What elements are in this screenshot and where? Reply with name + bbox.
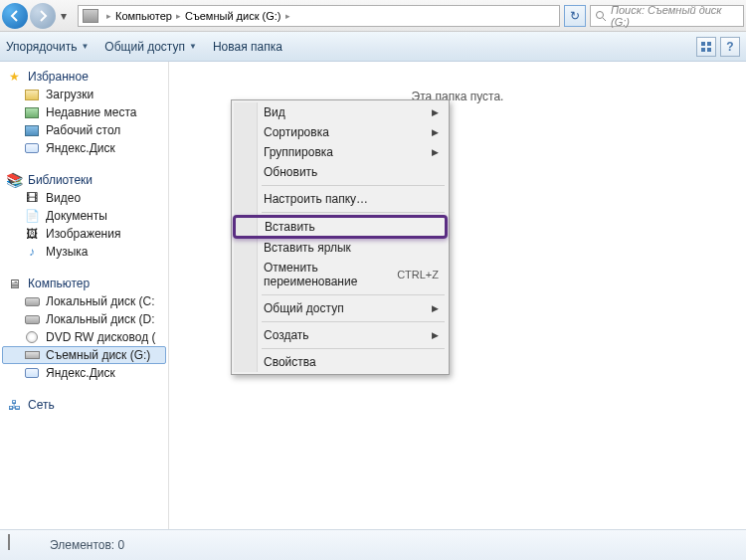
menu-new[interactable]: Создать ▶ (234, 325, 447, 345)
menu-paste[interactable]: Вставить (233, 215, 448, 239)
menu-view[interactable]: Вид ▶ (234, 102, 447, 122)
sidebar-item-downloads[interactable]: Загрузки (2, 86, 166, 103)
history-dropdown[interactable]: ▾ (58, 3, 70, 29)
sidebar-item-dvd[interactable]: DVD RW дисковод ( (2, 328, 166, 346)
disk-icon (24, 366, 40, 380)
forward-button[interactable] (30, 3, 56, 29)
menu-sort[interactable]: Сортировка ▶ (234, 122, 447, 142)
search-placeholder: Поиск: Съемный диск (G:) (611, 4, 739, 28)
chevron-down-icon: ▼ (81, 42, 89, 51)
context-menu: Вид ▶ Сортировка ▶ Группировка ▶ Обновит… (231, 99, 450, 375)
svg-rect-3 (707, 42, 711, 46)
desktop-icon (24, 123, 40, 137)
folder-icon (24, 105, 40, 119)
sidebar-item-yandex-drive[interactable]: Яндекс.Диск (2, 364, 166, 382)
sidebar-item-yandex[interactable]: Яндекс.Диск (2, 139, 166, 157)
libraries-icon: 📚 (6, 173, 22, 187)
sidebar-item-drive-d[interactable]: Локальный диск (D: (2, 310, 166, 328)
hdd-icon (24, 294, 40, 308)
back-button[interactable] (2, 3, 28, 29)
music-icon: ♪ (24, 245, 40, 259)
menu-separator (262, 212, 445, 213)
menu-properties[interactable]: Свойства (234, 352, 447, 372)
submenu-arrow-icon: ▶ (432, 107, 439, 117)
shortcut-label: CTRL+Z (397, 269, 439, 280)
submenu-arrow-icon: ▶ (432, 303, 439, 313)
navigation-pane: ★ Избранное Загрузки Недавние места Рабо… (0, 62, 169, 529)
menu-undo-rename[interactable]: Отменить переименование CTRL+Z (234, 258, 447, 291)
search-input[interactable]: Поиск: Съемный диск (G:) (590, 5, 744, 27)
breadcrumb[interactable]: ▸ Компьютер ▸ Съемный диск (G:) ▸ (78, 5, 560, 27)
disk-icon (24, 141, 40, 155)
folder-icon (24, 88, 40, 101)
network-header[interactable]: 🖧 Сеть (2, 396, 166, 414)
computer-icon: 🖥 (6, 277, 22, 290)
drive-icon (8, 535, 40, 555)
submenu-arrow-icon: ▶ (432, 147, 439, 157)
status-item-count: Элементов: 0 (50, 538, 124, 552)
search-icon (595, 10, 607, 22)
address-bar: ▾ ▸ Компьютер ▸ Съемный диск (G:) ▸ ↻ По… (0, 0, 746, 32)
document-icon: 📄 (24, 209, 40, 223)
menu-separator (262, 348, 445, 349)
sidebar-item-images[interactable]: 🖼 Изображения (2, 225, 166, 243)
sidebar-item-desktop[interactable]: Рабочий стол (2, 121, 166, 139)
svg-point-0 (597, 11, 604, 18)
chevron-right-icon: ▸ (106, 11, 111, 21)
drive-icon (83, 9, 98, 23)
computer-header[interactable]: 🖥 Компьютер (2, 275, 166, 292)
menu-customize[interactable]: Настроить папку… (234, 189, 447, 209)
submenu-arrow-icon: ▶ (432, 127, 439, 137)
star-icon: ★ (6, 70, 22, 84)
favorites-header[interactable]: ★ Избранное (2, 68, 166, 86)
menu-separator (262, 321, 445, 322)
menu-refresh[interactable]: Обновить (234, 162, 447, 182)
network-icon: 🖧 (6, 398, 22, 412)
organize-menu[interactable]: Упорядочить ▼ (6, 40, 89, 54)
view-options-button[interactable] (696, 37, 716, 57)
chevron-right-icon: ▸ (176, 11, 181, 21)
chevron-down-icon: ▼ (189, 42, 197, 51)
menu-share[interactable]: Общий доступ ▶ (234, 298, 447, 318)
image-icon: 🖼 (24, 227, 40, 241)
toolbar: Упорядочить ▼ Общий доступ ▼ Новая папка… (0, 32, 746, 62)
refresh-button[interactable]: ↻ (564, 5, 586, 27)
svg-rect-4 (701, 48, 705, 52)
video-icon: 🎞 (24, 191, 40, 205)
sidebar-item-documents[interactable]: 📄 Документы (2, 207, 166, 225)
svg-line-1 (603, 18, 606, 21)
submenu-arrow-icon: ▶ (432, 330, 439, 340)
dvd-icon (24, 330, 40, 344)
help-button[interactable]: ? (720, 37, 740, 57)
sidebar-item-video[interactable]: 🎞 Видео (2, 189, 166, 207)
hdd-icon (24, 312, 40, 326)
usb-icon (24, 348, 40, 362)
new-folder-button[interactable]: Новая папка (213, 40, 282, 54)
sidebar-item-drive-c[interactable]: Локальный диск (С: (2, 292, 166, 310)
sidebar-item-recent[interactable]: Недавние места (2, 103, 166, 121)
libraries-header[interactable]: 📚 Библиотеки (2, 171, 166, 189)
menu-paste-shortcut[interactable]: Вставить ярлык (234, 238, 447, 258)
svg-rect-2 (701, 42, 705, 46)
share-menu[interactable]: Общий доступ ▼ (104, 40, 197, 54)
menu-group[interactable]: Группировка ▶ (234, 142, 447, 162)
svg-rect-5 (707, 48, 711, 52)
sidebar-item-music[interactable]: ♪ Музыка (2, 243, 166, 261)
menu-separator (262, 294, 445, 295)
chevron-right-icon: ▸ (285, 11, 290, 21)
sidebar-item-removable-g[interactable]: Съемный диск (G:) (2, 346, 166, 364)
menu-separator (262, 185, 445, 186)
status-bar: Элементов: 0 (0, 529, 746, 560)
breadcrumb-segment[interactable]: Съемный диск (G:) (185, 10, 281, 22)
breadcrumb-segment[interactable]: Компьютер (115, 10, 172, 22)
